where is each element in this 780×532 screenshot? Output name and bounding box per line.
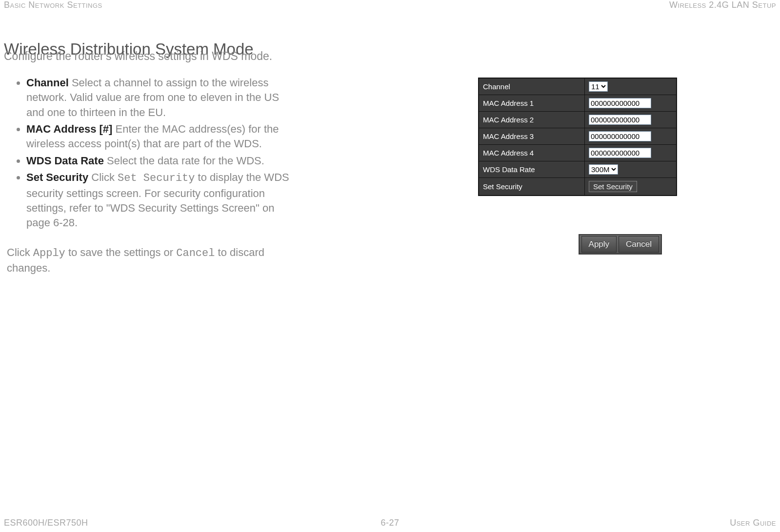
wds-settings-table: Channel 11 MAC Address 1 MAC Address 2 M…	[479, 78, 677, 196]
table-row: Set Security Set Security	[479, 178, 677, 196]
apply-mid: to save the settings or	[65, 246, 176, 258]
field-list: Channel Select a channel to assign to th…	[12, 76, 292, 231]
set-security-button[interactable]: Set Security	[589, 181, 637, 192]
set-security-value-cell: Set Security	[585, 178, 677, 196]
code-apply: Apply	[33, 247, 65, 259]
desc-wds: Select the data rate for the WDS.	[104, 155, 264, 167]
code-set-security: Set Security	[118, 172, 195, 184]
wds-rate-value-cell: 300M	[585, 161, 677, 178]
table-row: MAC Address 2	[479, 112, 677, 128]
mac3-input[interactable]	[589, 131, 651, 141]
list-item: Channel Select a channel to assign to th…	[26, 76, 292, 120]
cancel-button[interactable]: Cancel	[619, 236, 659, 253]
page-subtitle: Configure the router's wireless settings…	[4, 50, 272, 63]
table-row: MAC Address 4	[479, 145, 677, 161]
footer-right: User Guide	[730, 518, 776, 528]
mac2-label: MAC Address 2	[479, 112, 585, 128]
term-wds: WDS Data Rate	[26, 155, 104, 167]
table-row: WDS Data Rate 300M	[479, 161, 677, 178]
channel-label: Channel	[479, 79, 585, 95]
apply-cancel-panel: Apply Cancel	[579, 234, 662, 255]
mac4-input[interactable]	[589, 148, 651, 158]
description-column: Channel Select a channel to assign to th…	[12, 76, 292, 276]
list-item: WDS Data Rate Select the data rate for t…	[26, 154, 292, 168]
code-cancel: Cancel	[176, 247, 215, 259]
list-item: MAC Address [#] Enter the MAC address(es…	[26, 122, 292, 152]
list-item: Set Security Click Set Security to displ…	[26, 170, 292, 230]
apply-button[interactable]: Apply	[581, 236, 617, 253]
term-channel: Channel	[26, 77, 69, 89]
mac3-value-cell	[585, 128, 677, 145]
mac2-input[interactable]	[589, 115, 651, 125]
channel-value-cell: 11	[585, 79, 677, 95]
term-mac: MAC Address [#]	[26, 123, 112, 135]
mac3-label: MAC Address 3	[479, 128, 585, 145]
mac1-input[interactable]	[589, 98, 651, 108]
apply-pre: Click	[7, 246, 33, 258]
wds-rate-select[interactable]: 300M	[589, 164, 618, 175]
apply-paragraph: Click Apply to save the settings or Canc…	[7, 245, 292, 276]
desc-security-pre: Click	[88, 171, 118, 183]
table-row: Channel 11	[479, 79, 677, 95]
header-left: Basic Network Settings	[4, 0, 102, 10]
mac4-value-cell	[585, 145, 677, 161]
term-security: Set Security	[26, 171, 88, 183]
table-row: MAC Address 1	[479, 95, 677, 112]
set-security-label: Set Security	[479, 178, 585, 196]
footer-left-model: ESR600H/ESR750H	[4, 518, 88, 528]
footer-page-number: 6-27	[380, 518, 399, 528]
mac4-label: MAC Address 4	[479, 145, 585, 161]
table-row: MAC Address 3	[479, 128, 677, 145]
wds-rate-label: WDS Data Rate	[479, 161, 585, 178]
header-right: Wireless 2.4G LAN Setup	[669, 0, 776, 10]
channel-select[interactable]: 11	[589, 81, 608, 92]
mac1-label: MAC Address 1	[479, 95, 585, 112]
mac1-value-cell	[585, 95, 677, 112]
mac2-value-cell	[585, 112, 677, 128]
